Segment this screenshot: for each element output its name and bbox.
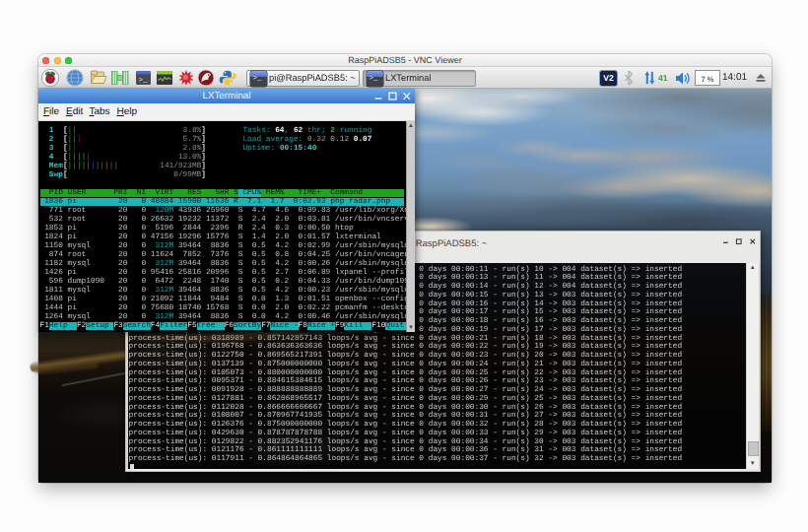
svg-text:>_: >_ (139, 77, 149, 85)
